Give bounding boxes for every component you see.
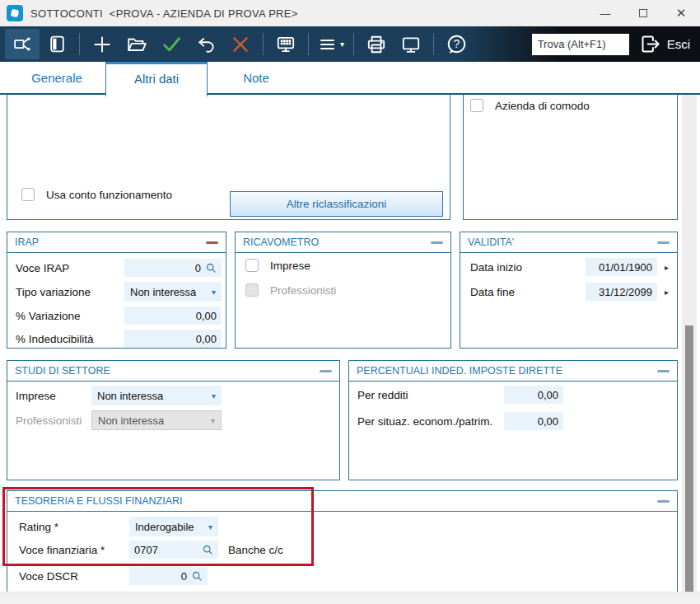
confirm-check-icon [161, 33, 183, 55]
imprese-label: Imprese [270, 260, 310, 272]
date-picker-icon[interactable]: ▸ [665, 263, 669, 272]
toolbar-right: Esci [532, 33, 695, 55]
sidebar-button[interactable] [40, 29, 74, 59]
panel-ricavometro: RICAVOMETRO Imprese Professionisti [235, 232, 451, 349]
panel-ricavometro-title: RICAVOMETRO [243, 236, 319, 248]
professionisti-label: Professionisti [270, 284, 336, 297]
azienda-di-comodo-checkbox[interactable] [470, 99, 483, 112]
collapse-icon[interactable] [657, 500, 670, 503]
panel-studi-settore: STUDI DI SETTORE Imprese Non interessa ▾… [7, 360, 340, 480]
display-button[interactable] [394, 29, 428, 59]
panel-percentuali: PERCENTUALI INDED. IMPOSTE DIRETTE Per r… [348, 360, 678, 480]
toolbar-separator [353, 33, 354, 55]
studi-professionisti-label: Professionisti [16, 414, 91, 427]
help-button[interactable]: ? [439, 29, 474, 59]
voce-dscr-field[interactable]: 0 [129, 567, 208, 585]
data-fine-label: Data fine [470, 286, 586, 298]
svg-text:?: ? [453, 37, 460, 50]
rating-select[interactable]: Inderogabile ▾ [129, 517, 218, 536]
tab-generale[interactable]: Generale [8, 62, 105, 95]
chevron-down-icon: ▾ [211, 416, 215, 425]
window-controls: — ✕ [586, 0, 700, 26]
virtual-keyboard-icon [275, 34, 296, 55]
per-redditi-field[interactable]: 0,00 [504, 386, 563, 404]
toolbar-separator [308, 33, 309, 55]
panel-ricavometro-header: RICAVOMETRO [236, 232, 450, 253]
usa-conto-funzionamento-checkbox[interactable] [21, 188, 35, 201]
undo-icon [195, 34, 217, 55]
panel-irap-title: IRAP [15, 236, 39, 248]
app-window: SOTTOCONTI <PROVA - AZIENDA DI PROVA PRE… [0, 0, 700, 604]
new-button[interactable] [85, 29, 119, 59]
panel-tesoreria-header: TESORERIA E FLUSSI FINANZIARI [7, 491, 677, 512]
exit-button[interactable]: Esci [639, 33, 690, 55]
per-situaz-field[interactable]: 0,00 [504, 412, 563, 430]
chevron-down-icon: ▾ [340, 40, 344, 49]
panel-validita-header: VALIDITA' [460, 232, 677, 253]
print-icon [366, 34, 387, 55]
open-button[interactable] [119, 29, 154, 59]
date-picker-icon[interactable]: ▸ [665, 288, 669, 297]
perc-variazione-field[interactable]: 0,00 [124, 307, 222, 325]
voce-finanziaria-field[interactable]: 0707 [129, 541, 218, 559]
tab-bar: Generale Altri dati Note [0, 62, 700, 95]
vertical-scrollbar[interactable] [682, 95, 697, 592]
collapse-icon[interactable] [431, 241, 443, 244]
usa-conto-funzionamento-label: Usa conto funzionamento [46, 189, 172, 201]
menu-icon [318, 35, 338, 54]
display-icon [400, 34, 422, 55]
imprese-checkbox[interactable] [245, 259, 259, 272]
delete-x-icon [230, 34, 251, 55]
close-button[interactable]: ✕ [662, 0, 700, 26]
bottom-strip [0, 592, 700, 604]
lookup-icon[interactable] [192, 571, 203, 582]
collapse-icon[interactable] [320, 370, 332, 372]
delete-button[interactable] [223, 29, 258, 59]
add-icon [91, 34, 113, 55]
maximize-icon [639, 9, 647, 17]
studi-imprese-select[interactable]: Non interessa ▾ [91, 386, 222, 405]
perc-indeducibilita-field[interactable]: 0,00 [124, 330, 222, 348]
search-input[interactable] [532, 34, 629, 55]
lookup-icon[interactable] [203, 545, 213, 555]
per-situaz-label: Per situaz. econom./patrim. [357, 415, 504, 428]
logout-icon [639, 33, 661, 55]
lookup-icon[interactable] [206, 263, 217, 274]
undo-button[interactable] [189, 29, 223, 59]
collapse-icon[interactable] [657, 241, 670, 244]
tab-note[interactable]: Note [208, 62, 305, 95]
perc-variazione-label: % Variazione [16, 310, 124, 322]
tab-altri-dati[interactable]: Altri dati [105, 62, 208, 96]
open-folder-icon [126, 34, 147, 55]
data-fine-field[interactable]: 31/12/2099 [586, 283, 657, 301]
virtual-keyboard-button[interactable] [268, 29, 303, 59]
sidebar-icon [47, 34, 68, 54]
window-title: SOTTOCONTI <PROVA - AZIENDA DI PROVA PRE… [30, 7, 298, 20]
panel-validita-title: VALIDITA' [468, 236, 514, 248]
help-icon: ? [446, 33, 468, 55]
panel-azienda-comodo: Azienda di comodo [463, 95, 678, 220]
voce-finanziaria-label: Voce finanziaria * [19, 544, 129, 556]
tab-content-altri-dati: Usa conto funzionamento Altre riclassifi… [0, 95, 700, 592]
chevron-down-icon: ▾ [212, 288, 216, 297]
tipo-variazione-select[interactable]: Non interessa ▾ [124, 282, 222, 302]
menu-button[interactable]: ▾ [314, 29, 348, 59]
chevron-down-icon: ▾ [208, 522, 212, 531]
links-button[interactable] [5, 29, 40, 59]
confirm-button[interactable] [154, 29, 189, 59]
maximize-button[interactable] [624, 0, 662, 26]
studi-imprese-label: Imprese [16, 390, 91, 402]
panel-tesoreria: TESORERIA E FLUSSI FINANZIARI Rating * I… [7, 490, 678, 592]
minimize-button[interactable]: — [586, 0, 624, 26]
scrollbar-thumb[interactable] [685, 325, 693, 592]
data-inizio-field[interactable]: 01/01/1900 [586, 258, 657, 276]
altre-riclassificazioni-button[interactable]: Altre riclassificazioni [230, 191, 443, 217]
panel-studi-header: STUDI DI SETTORE [7, 361, 339, 382]
print-button[interactable] [359, 29, 394, 59]
collapse-icon[interactable] [206, 241, 218, 244]
toolbar-separator [433, 33, 434, 55]
voce-irap-field[interactable]: 0 [124, 259, 222, 277]
tipo-variazione-label: Tipo variazione [16, 286, 124, 298]
studi-professionisti-select: Non interessa ▾ [91, 410, 222, 430]
collapse-icon[interactable] [657, 370, 670, 372]
